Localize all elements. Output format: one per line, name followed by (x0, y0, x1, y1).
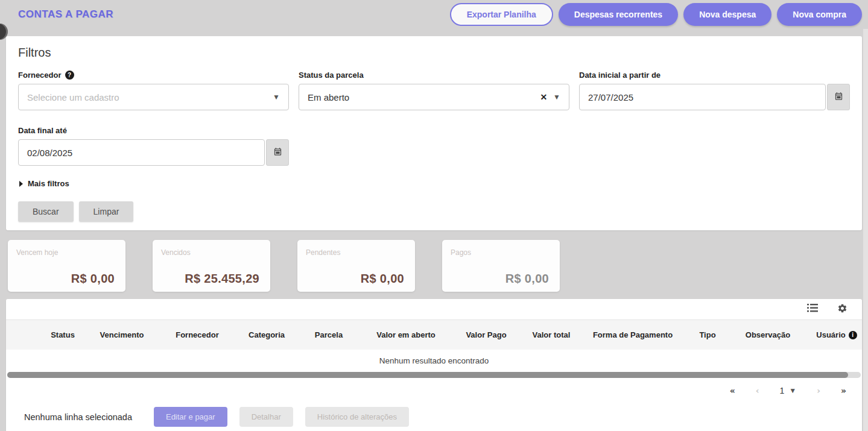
triangle-right-icon (19, 181, 23, 187)
column-header-forma-pagamento[interactable]: Forma de Pagamento (583, 330, 683, 339)
card-pagos: Pagos R$ 0,00 (442, 240, 560, 292)
card-value: R$ 25.455,29 (161, 272, 259, 286)
current-page-number: 1 (779, 386, 784, 395)
card-label: Pagos (451, 248, 549, 257)
pagination-next-button[interactable]: › (817, 386, 820, 395)
clear-icon[interactable]: ✕ (540, 92, 547, 102)
fornecedor-select[interactable]: Selecione um cadastro ▼ (18, 84, 289, 110)
exportar-planilha-button[interactable]: Exportar Planilha (450, 3, 553, 26)
status-parcela-value: Em aberto (308, 92, 540, 102)
data-final-label: Data final até (18, 126, 289, 135)
horizontal-scrollbar-track (7, 372, 861, 378)
column-header-valor-total[interactable]: Valor total (520, 330, 583, 339)
summary-cards-row: Vencem hoje R$ 0,00 Vencidos R$ 25.455,2… (8, 240, 862, 292)
help-icon[interactable]: ? (65, 71, 74, 80)
column-header-observacao[interactable]: Observação (732, 330, 803, 339)
column-header-categoria[interactable]: Categoria (235, 330, 298, 339)
data-final-input[interactable] (18, 139, 265, 166)
filters-title: Filtros (18, 46, 850, 60)
card-vencem-hoje: Vencem hoje R$ 0,00 (8, 240, 125, 292)
nova-despesa-button[interactable]: Nova despesa (683, 3, 771, 26)
filters-panel: Filtros Fornecedor ? Selecione um cadast… (6, 36, 862, 230)
list-icon (807, 304, 818, 314)
pagination-last-button[interactable]: » (841, 386, 846, 395)
selection-status-text: Nenhuma linha selecionada (24, 412, 132, 422)
card-label: Pendentes (306, 248, 404, 257)
fornecedor-label-text: Fornecedor (18, 71, 62, 80)
card-label: Vencem hoje (16, 248, 115, 257)
gear-icon (837, 303, 847, 315)
horizontal-scrollbar-thumb[interactable] (7, 372, 848, 378)
mais-filtros-label: Mais filtros (28, 179, 69, 188)
chevron-down-icon: ▼ (789, 386, 796, 395)
buscar-button[interactable]: Buscar (18, 201, 74, 222)
editar-e-pagar-button[interactable]: Editar e pagar (154, 407, 227, 427)
column-header-valor-em-aberto[interactable]: Valor em aberto (360, 330, 452, 339)
data-final-field: Data final até (18, 126, 289, 166)
filters-grid: Fornecedor ? Selecione um cadastro ▼ Sta… (18, 71, 850, 166)
card-value: R$ 0,00 (451, 272, 549, 286)
column-header-fornecedor[interactable]: Fornecedor (159, 330, 235, 339)
pagination-first-button[interactable]: « (730, 386, 735, 395)
top-header: CONTAS A PAGAR Exportar Planilha Despesa… (0, 0, 868, 29)
card-vencidos: Vencidos R$ 25.455,29 (153, 240, 270, 292)
vertical-scrollbar-track[interactable] (863, 29, 868, 431)
data-inicial-input[interactable] (579, 84, 826, 110)
table-toolbar (6, 299, 862, 320)
usuario-header-text: Usuário (816, 330, 845, 339)
status-parcela-label: Status da parcela (299, 71, 569, 80)
column-header-valor-pago[interactable]: Valor Pago (452, 330, 520, 339)
detalhar-button[interactable]: Detalhar (239, 407, 293, 427)
chevron-down-icon: ▼ (553, 93, 560, 101)
table-footer: « ‹ 1 ▼ › » Nenhuma linha selecionada Ed… (6, 378, 862, 431)
data-inicial-field: Data inicial a partir de (579, 71, 850, 110)
data-final-calendar-button[interactable] (266, 139, 289, 166)
results-table-panel: Status Vencimento Fornecedor Categoria P… (6, 299, 862, 431)
card-pendentes: Pendentes R$ 0,00 (297, 240, 415, 292)
status-parcela-field: Status da parcela Em aberto ✕ ▼ (299, 71, 569, 110)
page-select-dropdown[interactable]: 1 ▼ (779, 386, 796, 395)
list-view-button[interactable] (806, 303, 819, 315)
fornecedor-label: Fornecedor ? (18, 71, 289, 80)
despesas-recorrentes-button[interactable]: Despesas recorrentes (559, 3, 678, 26)
calendar-icon (273, 147, 282, 158)
column-header-status[interactable]: Status (41, 330, 84, 339)
page-title: CONTAS A PAGAR (18, 8, 113, 20)
data-inicial-calendar-button[interactable] (827, 84, 850, 110)
mais-filtros-toggle[interactable]: Mais filtros (19, 179, 850, 188)
limpar-button[interactable]: Limpar (79, 201, 134, 222)
calendar-icon (834, 92, 843, 102)
settings-button[interactable] (836, 302, 849, 316)
column-header-usuario[interactable]: Usuário i (803, 330, 868, 339)
chevron-down-icon: ▼ (273, 93, 280, 101)
empty-state-message: Nenhum resultado encontrado (6, 350, 862, 372)
filter-actions: Buscar Limpar (18, 201, 850, 222)
fornecedor-field: Fornecedor ? Selecione um cadastro ▼ (18, 71, 289, 110)
pagination-prev-button[interactable]: ‹ (756, 386, 759, 395)
fornecedor-placeholder: Selecione um cadastro (27, 92, 267, 102)
column-header-vencimento[interactable]: Vencimento (84, 330, 159, 339)
card-value: R$ 0,00 (16, 272, 115, 286)
pagination: « ‹ 1 ▼ › » (6, 378, 862, 403)
card-value: R$ 0,00 (306, 272, 404, 286)
column-header-tipo[interactable]: Tipo (683, 330, 732, 339)
status-parcela-select[interactable]: Em aberto ✕ ▼ (299, 84, 569, 110)
data-inicial-label: Data inicial a partir de (579, 71, 850, 80)
nova-compra-button[interactable]: Nova compra (777, 3, 862, 26)
table-header-row: Status Vencimento Fornecedor Categoria P… (6, 320, 862, 350)
historico-alteracoes-button[interactable]: Histórico de alterações (305, 407, 409, 427)
card-label: Vencidos (161, 248, 259, 257)
column-header-parcela[interactable]: Parcela (298, 330, 360, 339)
selection-actions-row: Nenhuma linha selecionada Editar e pagar… (6, 403, 862, 431)
info-icon[interactable]: i (849, 331, 857, 339)
